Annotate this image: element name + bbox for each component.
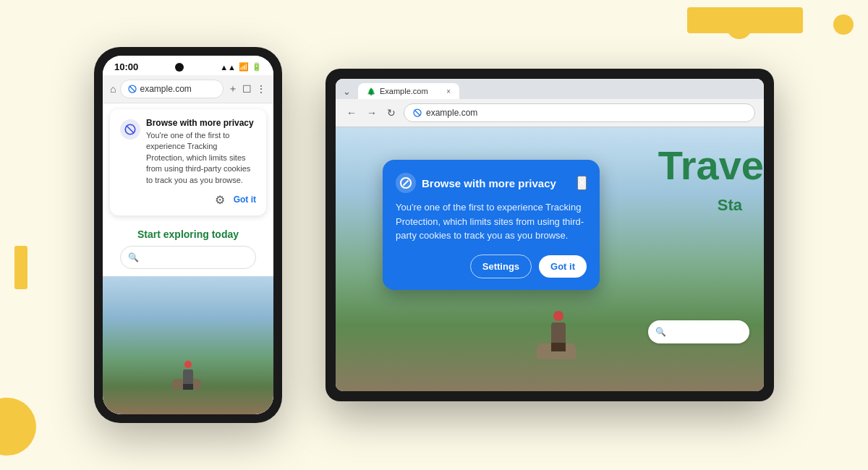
svg-line-5 [414,110,420,116]
tablet-person-body [551,322,566,343]
tablet-url-text: example.com [426,108,477,118]
tablet-page-search-bar[interactable]: 🔍 [648,320,749,343]
tablet-popup-header: Browse with more privacy × [396,173,587,193]
tablet-popup-title-row: Browse with more privacy [396,173,556,193]
phone-time: 10:00 [114,61,138,72]
phone-camera [175,63,184,72]
phone-status-icons: ▲▲ 📶 🔋 [220,62,262,72]
tablet-popup-icon [396,173,416,193]
person-body [183,369,193,384]
tablet-popup-body: You're one of the first to experience Tr… [396,200,587,243]
main-content: 10:00 ▲▲ 📶 🔋 ⌂ [0,0,868,470]
svg-line-1 [129,86,135,92]
reload-button[interactable]: ↻ [385,105,398,121]
tablet-person-figure [551,311,566,351]
tablet-screen: ⌄ 🌲 Example.com × ← → ↻ [336,79,764,391]
new-tab-icon[interactable]: ＋ [228,82,238,95]
phone-landscape-image [103,276,273,414]
tablet-travel-text: Trave [658,142,764,189]
person-legs [183,384,193,390]
tablet-tracking-icon [413,108,422,117]
tablet-popup-dialog: Browse with more privacy × You're one of… [383,160,600,290]
tablet-person-head [553,311,563,321]
forward-button[interactable]: → [365,105,379,121]
battery-icon: 🔋 [252,62,262,72]
tab-close-icon[interactable]: × [446,87,451,95]
phone-chrome-actions: ＋ ☐ ⋮ [228,82,266,95]
phone-url-bar[interactable]: example.com [120,80,224,98]
wifi-icon: 📶 [239,62,249,72]
phone-mockup: 10:00 ▲▲ 📶 🔋 ⌂ [94,47,282,423]
tablet-settings-button[interactable]: Settings [470,255,532,278]
phone-notif-actions: ⚙ Got it [120,193,256,207]
tablet-popup-title: Browse with more privacy [422,177,556,189]
phone-settings-icon[interactable]: ⚙ [215,193,225,207]
phone-notif-icon [120,119,140,140]
person-head [184,361,192,368]
phone-explore-text: Start exploring today [137,228,239,240]
menu-icon[interactable]: ⋮ [256,83,266,95]
tablet-search-icon: 🔍 [655,327,666,337]
tab-favicon: 🌲 [367,87,375,95]
home-icon[interactable]: ⌂ [110,83,116,95]
back-button[interactable]: ← [344,105,359,121]
phone-got-it-button[interactable]: Got it [234,195,256,205]
tablet-got-it-button[interactable]: Got it [539,255,587,278]
tablet-tab-expand-icon[interactable]: ⌄ [343,86,351,97]
phone-url-text: example.com [140,84,191,94]
tablet-sta-text: Sta [718,196,742,215]
phone-notif-header: Browse with more privacy You're one of t… [120,118,256,186]
tablet-tabs-bar: ⌄ 🌲 Example.com × [336,79,764,99]
phone-status-bar: 10:00 ▲▲ 📶 🔋 [103,56,273,75]
tabs-icon[interactable]: ☐ [242,83,252,95]
phone-screen: 10:00 ▲▲ 📶 🔋 ⌂ [103,56,273,414]
tab-label: Example.com [380,87,428,95]
phone-person-figure [182,361,195,387]
tablet-tab-active[interactable]: 🌲 Example.com × [358,83,459,99]
phone-notif-body: You're one of the first to experience Tr… [146,130,256,186]
phone-chrome-bar: ⌂ example.com ＋ ☐ ⋮ [103,75,273,103]
tablet-page-content: Trave Sta 🔍 [336,127,764,391]
phone-notification-card: Browse with more privacy You're one of t… [110,109,266,215]
tracking-protection-icon [128,85,137,93]
svg-line-3 [127,126,135,134]
signal-icon: ▲▲ [220,63,236,72]
tablet-popup-actions: Settings Got it [396,255,587,278]
tablet-popup-close-button[interactable]: × [577,176,587,190]
phone-notif-content: Browse with more privacy You're one of t… [146,118,256,186]
tablet-chrome-bar: ⌄ 🌲 Example.com × ← → ↻ [336,79,764,127]
tablet-nav-bar: ← → ↻ example.com [336,99,764,127]
tablet-person-legs [551,343,566,351]
phone-notif-title: Browse with more privacy [146,118,256,128]
tablet-mockup: ⌄ 🌲 Example.com × ← → ↻ [326,69,774,401]
phone-search-bar[interactable]: 🔍 [120,246,257,269]
tablet-url-bar[interactable]: example.com [404,103,755,122]
phone-search-icon: 🔍 [128,252,139,262]
tablet-landscape-image: Trave Sta 🔍 [336,127,764,391]
tracking-protection-icon-white [400,177,412,189]
phone-page-content: Start exploring today 🔍 [103,221,273,414]
